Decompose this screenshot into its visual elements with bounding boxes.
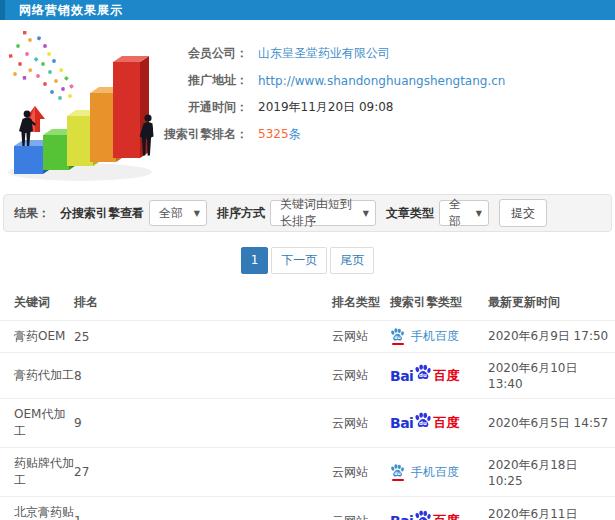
- engine-name: 百度: [433, 414, 459, 432]
- header-accent-strip: [0, 0, 5, 20]
- baidu-logo: Bai du 百度: [390, 512, 459, 520]
- article-type-label: 文章类型: [386, 205, 434, 222]
- engine-rank-unit: 条: [289, 127, 301, 141]
- engine-cell: Bai du 百度: [390, 497, 488, 520]
- svg-text:du: du: [394, 335, 400, 340]
- baidu-paw-icon: du: [414, 364, 432, 381]
- rank-link[interactable]: 9: [74, 399, 332, 448]
- bar-chart-illustration: [0, 24, 185, 186]
- baidu-paw-icon: du: [414, 412, 432, 429]
- col-header-updated: 最新更新时间: [488, 286, 615, 321]
- open-time-row: 开通时间： 2019年11月20日 09:08: [160, 94, 615, 121]
- member-info-section: 会员公司： 山东皇圣堂药业有限公司 推广地址： http://www.shand…: [0, 20, 615, 192]
- baidu-logo: Bai du 百度: [390, 414, 459, 432]
- updated-cell: 2020年6月9日 17:50: [488, 321, 615, 353]
- engine-name: 百度: [433, 367, 459, 385]
- company-row: 会员公司： 山东皇圣堂药业有限公司: [160, 40, 615, 67]
- table-row: OEM代加工 9 云网站 Bai du 百度 2020年6月5日 14:57: [0, 399, 615, 448]
- results-table: 关键词 排名 排名类型 搜索引擎类型 最新更新时间 膏药OEM 25 云网站 d…: [0, 286, 615, 520]
- baidu-logo: Bai du 百度: [390, 367, 459, 385]
- baidu-paw-icon: du: [390, 464, 405, 481]
- engine-filter-select[interactable]: 全部 ▼: [149, 200, 207, 226]
- engine-rank-row: 搜索引擎排名： 5325条: [160, 121, 615, 148]
- rank-type-cell: 云网站: [332, 353, 390, 399]
- sort-filter-select[interactable]: 关键词由短到长排序 ▼: [270, 200, 376, 226]
- col-header-keyword: 关键词: [0, 286, 74, 321]
- updated-cell: 2020年6月5日 14:57: [488, 399, 615, 448]
- keyword-cell: 膏药代加工: [0, 353, 74, 399]
- top-header-bar: 网络营销效果展示: [0, 0, 615, 20]
- svg-text:du: du: [419, 372, 427, 378]
- chevron-down-icon: ▼: [476, 209, 482, 218]
- table-row: 膏药代加工 8 云网站 Bai du 百度 2020年6月10日 13:40: [0, 353, 615, 399]
- rank-type-cell: 云网站: [332, 321, 390, 353]
- keyword-cell: OEM代加工: [0, 399, 74, 448]
- mobile-baidu-logo: du 手机百度: [390, 328, 459, 345]
- open-time-value: 2019年11月20日 09:08: [258, 99, 393, 116]
- table-row: 北京膏药贴牌 1 云网站 Bai du 百度 2020年6月11日 11:18: [0, 497, 615, 520]
- sort-filter-label: 排序方式: [217, 205, 265, 222]
- rank-link[interactable]: 8: [74, 353, 332, 399]
- keyword-cell: 北京膏药贴牌: [0, 497, 74, 520]
- rank-type-cell: 云网站: [332, 497, 390, 520]
- col-header-engine-type: 搜索引擎类型: [390, 286, 488, 321]
- table-header-row: 关键词 排名 排名类型 搜索引擎类型 最新更新时间: [0, 286, 615, 321]
- company-link[interactable]: 山东皇圣堂药业有限公司: [258, 46, 390, 60]
- table-row: 膏药OEM 25 云网站 du 手机百度 2020年6月9日 17:50: [0, 321, 615, 353]
- col-header-rank-type: 排名类型: [332, 286, 390, 321]
- engine-cell: du 手机百度: [390, 321, 488, 353]
- rank-link[interactable]: 27: [74, 448, 332, 497]
- chevron-down-icon: ▼: [194, 209, 200, 218]
- rank-link[interactable]: 25: [74, 321, 332, 353]
- engine-cell: Bai du 百度: [390, 353, 488, 399]
- baidu-paw-icon: du: [390, 328, 405, 345]
- table-row: 药贴牌代加工 27 云网站 du 手机百度 2020年6月18日 10:25: [0, 448, 615, 497]
- rank-type-cell: 云网站: [332, 399, 390, 448]
- mobile-baidu-logo: du 手机百度: [390, 464, 459, 481]
- results-table-body: 膏药OEM 25 云网站 du 手机百度 2020年6月9日 17:50 膏药代…: [0, 321, 615, 520]
- engine-name: 百度: [433, 512, 459, 520]
- updated-cell: 2020年6月10日 13:40: [488, 353, 615, 399]
- engine-name: 手机百度: [411, 328, 459, 345]
- engine-rank-count: 5325: [258, 127, 289, 141]
- engine-cell: du 手机百度: [390, 448, 488, 497]
- page-title: 网络营销效果展示: [19, 2, 123, 19]
- promo-url-row: 推广地址： http://www.shandonghuangshengtang.…: [160, 67, 615, 94]
- rank-type-cell: 云网站: [332, 448, 390, 497]
- baidu-wordmark: Bai: [390, 415, 413, 431]
- submit-button[interactable]: 提交: [499, 199, 547, 227]
- svg-text:du: du: [394, 470, 400, 475]
- page-button-current[interactable]: 1: [241, 247, 269, 274]
- chevron-down-icon: ▼: [363, 209, 369, 218]
- col-header-rank: 排名: [74, 286, 332, 321]
- result-label: 结果：: [14, 205, 50, 222]
- keyword-cell: 膏药OEM: [0, 321, 74, 353]
- pagination: 1 下一页 尾页: [0, 247, 615, 274]
- baidu-wordmark: Bai: [390, 513, 413, 520]
- updated-cell: 2020年6月11日 11:18: [488, 497, 615, 520]
- svg-text:du: du: [419, 420, 427, 426]
- keyword-cell: 药贴牌代加工: [0, 448, 74, 497]
- filter-bar: 结果： 分搜索引擎查看 全部 ▼ 排序方式 关键词由短到长排序 ▼ 文章类型 全…: [3, 194, 612, 232]
- baidu-paw-icon: du: [414, 510, 432, 520]
- rank-link[interactable]: 1: [74, 497, 332, 520]
- article-type-select[interactable]: 全部 ▼: [439, 200, 489, 226]
- engine-cell: Bai du 百度: [390, 399, 488, 448]
- last-page-button[interactable]: 尾页: [330, 247, 374, 274]
- promo-url-link[interactable]: http://www.shandonghuangshengtang.cn: [258, 74, 505, 88]
- engine-filter-label: 分搜索引擎查看: [60, 205, 144, 222]
- next-page-button[interactable]: 下一页: [271, 247, 327, 274]
- baidu-wordmark: Bai: [390, 368, 413, 384]
- updated-cell: 2020年6月18日 10:25: [488, 448, 615, 497]
- engine-name: 手机百度: [411, 464, 459, 481]
- confetti-dots: [9, 31, 74, 100]
